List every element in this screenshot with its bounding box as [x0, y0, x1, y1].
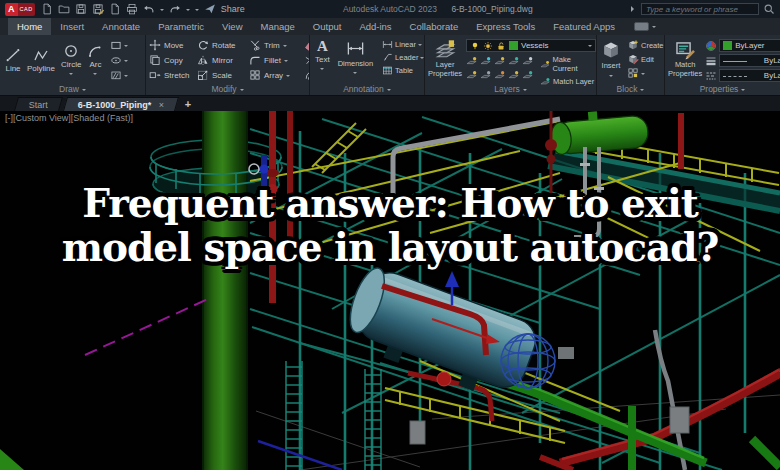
- edit-block-button[interactable]: Edit: [627, 53, 664, 65]
- layers-panel-label[interactable]: Layers: [425, 84, 596, 94]
- block-panel-label[interactable]: Block: [597, 84, 664, 94]
- tab-view[interactable]: View: [213, 18, 251, 35]
- tab-express-tools[interactable]: Express Tools: [467, 18, 544, 35]
- open-file-icon[interactable]: [58, 3, 70, 15]
- trim-tool[interactable]: Trim: [249, 39, 301, 51]
- headline-line2: model space in layout autocad?: [0, 225, 780, 269]
- search-icon[interactable]: [763, 3, 775, 15]
- array-tool[interactable]: Array: [249, 69, 301, 81]
- app-logo[interactable]: A CAD: [5, 3, 35, 16]
- annotation-panel-label[interactable]: Annotation: [310, 84, 424, 94]
- layer-tool-icon[interactable]: [466, 55, 478, 67]
- rectangle-tool[interactable]: [110, 39, 128, 51]
- drawing-area: [-][Custom View][Shaded (Fast)]: [0, 111, 780, 470]
- tab-parametric[interactable]: Parametric: [149, 18, 213, 35]
- tab-output[interactable]: Output: [304, 18, 351, 35]
- share-icon[interactable]: [204, 3, 216, 15]
- tab-insert[interactable]: Insert: [51, 18, 93, 35]
- color-swatch: [723, 41, 732, 50]
- create-block-button[interactable]: Create: [627, 39, 664, 51]
- save-as-icon[interactable]: [92, 3, 104, 15]
- tab-featured-apps[interactable]: Featured Apps: [544, 18, 624, 35]
- tab-manage[interactable]: Manage: [252, 18, 304, 35]
- stretch-tool[interactable]: Stretch: [149, 69, 197, 81]
- layer-dropdown[interactable]: Vessels: [466, 39, 596, 52]
- undo-dropdown-caret[interactable]: [160, 9, 164, 13]
- print-icon[interactable]: [126, 3, 138, 15]
- layer-tool-icon[interactable]: [508, 55, 520, 67]
- undo-icon[interactable]: [143, 3, 155, 15]
- tab-add-ins[interactable]: Add-ins: [350, 18, 400, 35]
- new-tab-button[interactable]: +: [185, 98, 191, 110]
- make-current-button[interactable]: Make Current: [540, 55, 596, 73]
- tab-collaborate[interactable]: Collaborate: [401, 18, 468, 35]
- panel-layers: Layer Properties Vessels: [425, 35, 597, 95]
- layer-on-icon: [470, 41, 480, 51]
- layer-tool-icon[interactable]: [522, 55, 534, 67]
- close-tab-icon[interactable]: ×: [158, 100, 163, 110]
- hatch-tool[interactable]: [110, 69, 128, 81]
- linetype-control[interactable]: ByLayer: [705, 69, 780, 82]
- file-tab-start[interactable]: Start: [14, 97, 63, 111]
- viewport-controls[interactable]: [-][Custom View][Shaded (Fast)]: [5, 113, 133, 123]
- insert-block-button[interactable]: Insert: [600, 39, 622, 79]
- layer-unlock-icon: [496, 41, 506, 51]
- rotate-tool[interactable]: Rotate: [197, 39, 249, 51]
- layer-tool-icon[interactable]: [494, 55, 506, 67]
- table-tool[interactable]: Table: [382, 65, 424, 76]
- layer-tool-icon[interactable]: [522, 69, 534, 81]
- window-title: Autodesk AutoCAD 2023 6-B-1000_Piping.dw…: [251, 4, 625, 14]
- panel-properties: Match Properties ByLayer ByLayer ByLayer…: [665, 35, 780, 95]
- properties-panel-label[interactable]: Properties: [665, 84, 780, 94]
- redo-dropdown-caret[interactable]: [186, 9, 190, 13]
- search-expand-caret[interactable]: [631, 6, 637, 12]
- qat-customize-caret[interactable]: [195, 9, 199, 13]
- tab-annotate[interactable]: Annotate: [93, 18, 149, 35]
- ribbon-options-button[interactable]: [634, 18, 656, 35]
- layer-tool-icon[interactable]: [480, 69, 492, 81]
- dimension-tool[interactable]: Dimension: [336, 39, 375, 76]
- circle-tool[interactable]: Circle: [59, 43, 83, 77]
- share-label[interactable]: Share: [221, 4, 245, 14]
- help-search: [631, 3, 775, 15]
- search-input[interactable]: [641, 3, 759, 15]
- save-icon[interactable]: [75, 3, 87, 15]
- layer-tool-icon[interactable]: [508, 69, 520, 81]
- new-file-icon[interactable]: [41, 3, 53, 15]
- file-tab-active-document[interactable]: 6-B-1000_Piping*×: [63, 97, 179, 111]
- plot-icon[interactable]: [109, 3, 121, 15]
- layer-tools-grid: [466, 55, 535, 81]
- layer-properties-button[interactable]: Layer Properties: [428, 39, 462, 78]
- tab-home[interactable]: Home: [8, 18, 51, 35]
- file-tab-bar: Start 6-B-1000_Piping*× +: [0, 96, 780, 111]
- mirror-tool[interactable]: Mirror: [197, 54, 249, 66]
- ellipse-tool[interactable]: [110, 54, 128, 66]
- copy-tool[interactable]: Copy: [149, 54, 197, 66]
- move-tool[interactable]: Move: [149, 39, 197, 51]
- title-bar: A CAD Share Autodesk AutoCAD 2023 6-B-10…: [0, 0, 780, 18]
- panel-draw: Line Polyline Circle Arc Draw: [0, 35, 146, 95]
- layer-tool-icon[interactable]: [480, 55, 492, 67]
- modify-panel-label[interactable]: Modify: [146, 84, 309, 94]
- app-title: Autodesk AutoCAD 2023: [343, 4, 437, 14]
- fillet-tool[interactable]: Fillet: [249, 54, 301, 66]
- text-tool[interactable]: AText: [313, 39, 332, 72]
- match-properties-button[interactable]: Match Properties: [668, 39, 702, 78]
- leader-tool[interactable]: Leader: [382, 52, 424, 63]
- draw-panel-label[interactable]: Draw: [0, 84, 145, 94]
- scale-tool[interactable]: Scale: [197, 69, 249, 81]
- panel-modify: Move Rotate Trim Copy Mirror Fillet Stre…: [146, 35, 310, 95]
- layer-tool-icon[interactable]: [494, 69, 506, 81]
- linear-dimension-tool[interactable]: Linear: [382, 39, 424, 50]
- object-color-control[interactable]: ByLayer: [705, 39, 780, 52]
- lineweight-control[interactable]: ByLayer: [705, 54, 780, 67]
- drawing-viewport[interactable]: [0, 111, 780, 470]
- block-attributes-button[interactable]: [627, 67, 664, 79]
- redo-icon[interactable]: [169, 3, 181, 15]
- polyline-tool[interactable]: Polyline: [25, 47, 57, 73]
- text-tool-icon: A: [317, 39, 328, 54]
- line-tool[interactable]: Line: [3, 47, 23, 73]
- layer-tool-icon[interactable]: [466, 69, 478, 81]
- arc-tool[interactable]: Arc: [85, 43, 105, 77]
- lineweight-sample: [723, 61, 747, 62]
